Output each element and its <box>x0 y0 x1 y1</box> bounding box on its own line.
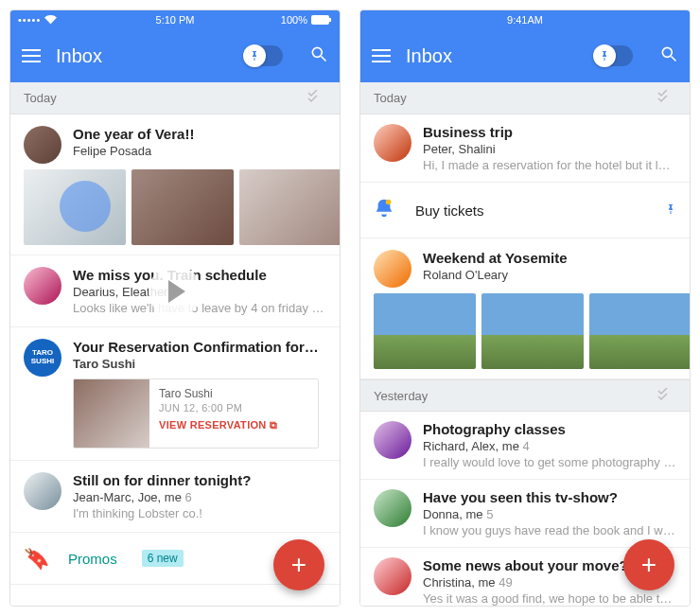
message-from: Peter, Shalini <box>423 142 676 156</box>
message-from: Jean-Marc, Joe, me 6 <box>73 490 326 504</box>
section-header-yesterday: Yesterday <box>360 379 690 412</box>
message-from: Felipe Posada <box>73 144 326 158</box>
message-subject: One year of Vera!! <box>73 126 326 142</box>
reservation-time: JUN 12, 6:00 PM <box>159 402 277 414</box>
message-item[interactable]: Weekend at Yosemite Roland O'Leary <box>360 238 690 293</box>
message-snippet: I know you guys have read the book and I… <box>423 523 676 537</box>
attachment-thumb[interactable] <box>24 169 126 245</box>
section-label: Yesterday <box>374 389 428 403</box>
phone-right: 9:41AM Inbox Today Business trip Peter, … <box>359 9 691 607</box>
avatar <box>24 126 61 164</box>
compose-fab[interactable]: + <box>623 539 674 590</box>
app-header: Inbox <box>10 29 340 82</box>
attachment-thumb[interactable] <box>374 293 476 369</box>
battery-icon <box>311 15 332 25</box>
reservation-card[interactable]: Taro Sushi JUN 12, 6:00 PM VIEW RESERVAT… <box>73 378 319 449</box>
reservation-thumb <box>74 379 149 448</box>
message-snippet: Looks like we'll have to leave by 4 on f… <box>73 301 326 315</box>
message-item[interactable]: One year of Vera!! Felipe Posada <box>10 114 340 169</box>
pin-toggle[interactable] <box>595 45 633 66</box>
svg-point-4 <box>662 47 672 57</box>
avatar <box>374 421 411 459</box>
section-label: Today <box>24 91 57 105</box>
svg-rect-1 <box>329 18 331 22</box>
section-label: Today <box>374 91 407 105</box>
attachment-thumb[interactable] <box>481 293 584 369</box>
battery-percent: 100% <box>281 14 307 26</box>
bundle-label: Promos <box>68 551 117 567</box>
plus-icon: + <box>641 550 656 580</box>
pin-toggle[interactable] <box>245 45 283 66</box>
app-header: Inbox <box>360 29 690 82</box>
tag-icon: 🔖 <box>25 546 49 572</box>
pin-icon[interactable] <box>665 202 676 219</box>
message-from: Donna, me 5 <box>423 507 676 521</box>
message-snippet: Hi, I made a reservation for the hotel b… <box>423 158 676 172</box>
sweep-icon[interactable] <box>657 388 676 404</box>
reservation-name: Taro Sushi <box>159 387 277 400</box>
external-link-icon: ⧉ <box>270 419 277 431</box>
avatar <box>24 472 61 510</box>
message-item[interactable]: Still on for dinner tonight? Jean-Marc, … <box>10 461 340 533</box>
svg-rect-0 <box>311 15 329 25</box>
message-subject: Have you seen this tv-show? <box>423 489 676 505</box>
menu-button[interactable] <box>22 49 41 62</box>
avatar <box>374 557 411 595</box>
pin-icon <box>593 44 616 67</box>
reminder-item[interactable]: Buy tickets <box>360 183 690 238</box>
avatar <box>24 267 61 305</box>
plus-icon: + <box>291 550 306 580</box>
compose-fab[interactable]: + <box>273 539 324 590</box>
avatar <box>374 124 411 162</box>
svg-point-2 <box>312 47 322 57</box>
attachment-strip[interactable] <box>360 293 690 379</box>
signal-dots-icon: ••••• <box>18 14 41 26</box>
reminder-icon <box>374 198 394 222</box>
message-list: One year of Vera!! Felipe Posada We miss… <box>10 114 340 606</box>
message-item[interactable]: Business trip Peter, Shalini Hi, I made … <box>360 114 690 183</box>
svg-point-6 <box>386 200 392 205</box>
section-header-today: Today <box>360 82 690 114</box>
bundle-badge: 6 new <box>142 550 184 567</box>
phone-left: ••••• 5:10 PM 100% Inbox Today <box>9 9 341 607</box>
reminder-text: Buy tickets <box>415 202 644 219</box>
attachment-strip[interactable] <box>10 169 340 255</box>
search-button[interactable] <box>659 44 678 67</box>
header-title: Inbox <box>56 45 230 67</box>
message-item[interactable]: Photography classes Richard, Alex, me 4 … <box>360 412 690 480</box>
message-subject: Photography classes <box>423 421 676 437</box>
sweep-icon[interactable] <box>307 90 326 106</box>
message-subject: Still on for dinner tonight? <box>73 472 326 488</box>
attachment-thumb[interactable] <box>589 293 690 369</box>
attachment-thumb[interactable] <box>131 169 234 245</box>
message-from: Taro Sushi <box>73 357 326 371</box>
message-snippet: Yes it was a good find, we hope to be ab… <box>423 591 676 606</box>
header-title: Inbox <box>406 45 580 67</box>
view-reservation-link[interactable]: VIEW RESERVATION⧉ <box>159 419 277 431</box>
pin-icon <box>243 44 266 67</box>
message-subject: Your Reservation Confirmation for… <box>73 339 326 355</box>
message-from: Dearius, Eleather <box>73 285 326 299</box>
avatar <box>374 250 411 288</box>
message-subject: We miss you. Train schedule <box>73 267 326 283</box>
brand-avatar: TARO SUSHI <box>24 339 61 377</box>
status-time: 5:10 PM <box>156 14 195 26</box>
attachment-thumb[interactable] <box>239 169 340 245</box>
message-item[interactable]: We miss you. Train schedule Dearius, Ele… <box>10 255 340 327</box>
avatar <box>374 489 411 527</box>
wifi-icon <box>44 15 57 25</box>
search-button[interactable] <box>309 44 328 67</box>
svg-line-3 <box>322 57 326 62</box>
message-snippet: I really would love to get some photogra… <box>423 455 676 469</box>
menu-button[interactable] <box>372 49 391 62</box>
sweep-icon[interactable] <box>657 90 676 106</box>
message-subject: Weekend at Yosemite <box>423 250 676 266</box>
status-bar: ••••• 5:10 PM 100% <box>10 10 340 29</box>
message-from: Richard, Alex, me 4 <box>423 439 676 453</box>
message-snippet: I'm thinking Lobster co.! <box>73 506 326 520</box>
section-header-today: Today <box>10 82 340 114</box>
message-item[interactable]: TARO SUSHI Your Reservation Confirmation… <box>10 327 340 461</box>
message-subject: Business trip <box>423 124 676 140</box>
status-bar: 9:41AM <box>360 10 690 29</box>
message-item[interactable]: Have you seen this tv-show? Donna, me 5 … <box>360 480 690 548</box>
